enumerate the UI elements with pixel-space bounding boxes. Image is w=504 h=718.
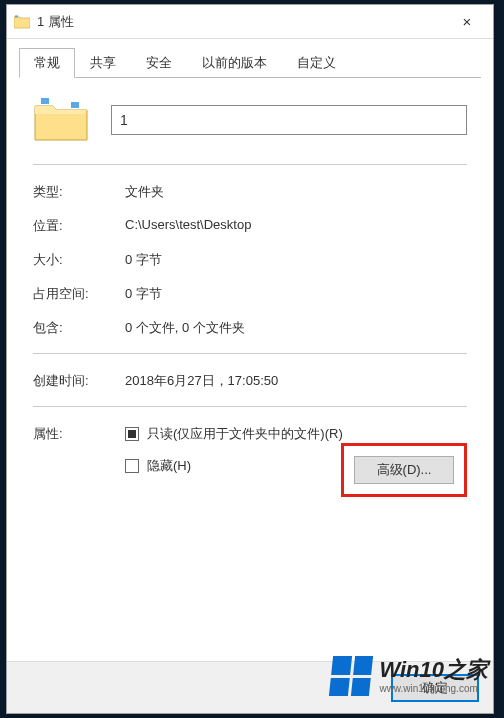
created-value: 2018年6月27日，17:05:50 — [125, 372, 467, 392]
svg-rect-2 — [71, 102, 79, 108]
created-label: 创建时间: — [33, 372, 125, 392]
divider — [33, 164, 467, 165]
size-value: 0 字节 — [125, 251, 467, 271]
tab-customize[interactable]: 自定义 — [282, 48, 351, 78]
tab-strip: 常规 共享 安全 以前的版本 自定义 — [7, 39, 493, 78]
folder-large-icon — [33, 96, 89, 144]
tab-general[interactable]: 常规 — [19, 48, 75, 78]
location-label: 位置: — [33, 217, 125, 237]
tab-security[interactable]: 安全 — [131, 48, 187, 78]
contains-label: 包含: — [33, 319, 125, 339]
location-value: C:\Users\test\Desktop — [125, 217, 467, 237]
type-label: 类型: — [33, 183, 125, 203]
hidden-label: 隐藏(H) — [147, 457, 191, 475]
window-title: 1 属性 — [37, 13, 447, 31]
readonly-checkbox[interactable] — [125, 427, 139, 441]
tab-previous-versions[interactable]: 以前的版本 — [187, 48, 282, 78]
folder-name-input[interactable] — [111, 105, 467, 135]
general-panel: 类型: 文件夹 位置: C:\Users\test\Desktop 大小: 0 … — [7, 78, 493, 661]
dialog-footer: 确定 — [7, 661, 493, 713]
readonly-label: 只读(仅应用于文件夹中的文件)(R) — [147, 425, 343, 443]
attributes-label: 属性: — [33, 425, 125, 443]
type-value: 文件夹 — [125, 183, 467, 203]
svg-rect-0 — [15, 15, 18, 17]
size-on-disk-label: 占用空间: — [33, 285, 125, 305]
size-on-disk-value: 0 字节 — [125, 285, 467, 305]
size-label: 大小: — [33, 251, 125, 271]
ok-button[interactable]: 确定 — [391, 674, 479, 702]
divider — [33, 353, 467, 354]
svg-rect-1 — [41, 98, 49, 104]
contains-value: 0 个文件, 0 个文件夹 — [125, 319, 467, 339]
divider — [33, 406, 467, 407]
close-button[interactable]: × — [447, 8, 487, 36]
advanced-button[interactable]: 高级(D)... — [354, 456, 454, 484]
titlebar: 1 属性 × — [7, 5, 493, 39]
folder-icon — [13, 13, 31, 31]
hidden-checkbox[interactable] — [125, 459, 139, 473]
tab-sharing[interactable]: 共享 — [75, 48, 131, 78]
advanced-highlight: 高级(D)... — [341, 443, 467, 497]
properties-window: 1 属性 × 常规 共享 安全 以前的版本 自定义 类型: — [6, 4, 494, 714]
